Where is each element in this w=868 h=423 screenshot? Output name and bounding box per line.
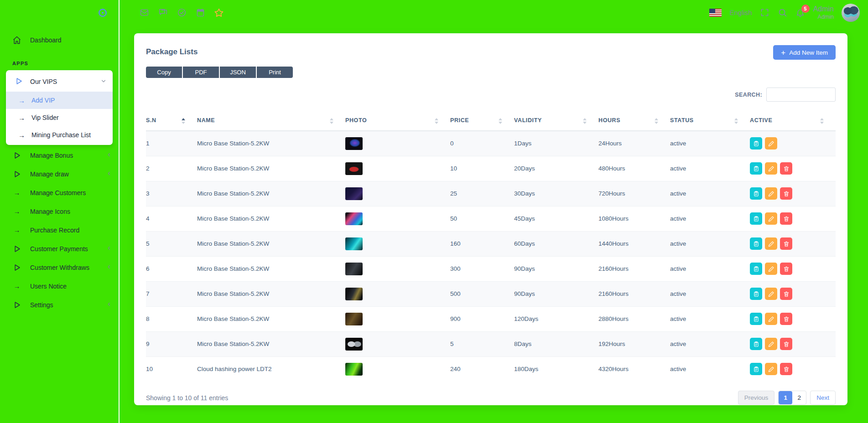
avatar[interactable] <box>842 4 860 22</box>
sidebar-item-vip-slider[interactable]: → Vip Slider <box>6 109 113 126</box>
sidebar-item-manage-bonus[interactable]: Manage Bonus <box>0 146 119 165</box>
pagination-page-1[interactable]: 1 <box>779 391 792 404</box>
pagination-page-2[interactable]: 2 <box>792 391 806 404</box>
cell-hours: 480Hours <box>598 156 670 181</box>
sort-carets-icon <box>330 118 333 124</box>
view-button[interactable] <box>750 162 762 175</box>
cell-name: Micro Base Station-5.2KW <box>197 181 345 206</box>
edit-button[interactable] <box>765 338 777 350</box>
column-header-status[interactable]: STATUS <box>670 113 750 131</box>
sidebar-item-settings[interactable]: Settings <box>0 295 119 314</box>
edit-button[interactable] <box>765 237 777 250</box>
sidebar-item-add-vip[interactable]: → Add VIP <box>6 92 113 109</box>
sidebar-item-dashboard[interactable]: Dashboard <box>0 31 119 49</box>
sidebar-item-label: Manage Icons <box>30 208 112 215</box>
clipboard-icon <box>753 216 759 222</box>
edit-button[interactable] <box>765 363 777 375</box>
delete-button[interactable] <box>780 237 792 250</box>
delete-button[interactable] <box>780 263 792 275</box>
notification-badge: 5 <box>801 5 810 13</box>
sidebar-item-customer-payments[interactable]: Customer Payments <box>0 239 119 258</box>
triangle-icon <box>15 77 23 87</box>
column-header-s-n[interactable]: S.N <box>146 113 197 131</box>
table-row: 7Micro Base Station-5.2KW50090Days2160Ho… <box>146 281 836 306</box>
cell-sn: 8 <box>146 306 197 331</box>
edit-button[interactable] <box>765 212 777 225</box>
fullscreen-icon[interactable] <box>760 8 770 18</box>
view-button[interactable] <box>750 288 762 300</box>
sidebar-item-label: Add VIP <box>31 97 55 104</box>
chevron-left-icon <box>106 170 112 178</box>
edit-button[interactable] <box>765 162 777 175</box>
delete-button[interactable] <box>780 313 792 325</box>
add-new-item-button[interactable]: + Add New Item <box>773 45 836 60</box>
copy-button[interactable]: Copy <box>146 67 182 78</box>
view-button[interactable] <box>750 363 762 375</box>
cell-sn: 6 <box>146 256 197 281</box>
sidebar-toggle-icon[interactable] <box>98 8 108 18</box>
delete-button[interactable] <box>780 212 792 225</box>
print-button[interactable]: Print <box>257 67 293 78</box>
sidebar-item-mining-purchase-list[interactable]: → Mining Purchase List <box>6 126 113 144</box>
search-input[interactable] <box>766 88 836 102</box>
package-photo <box>345 237 363 250</box>
user-menu[interactable]: Admin Admin <box>813 5 834 20</box>
cell-actions <box>750 356 836 382</box>
view-button[interactable] <box>750 212 762 225</box>
pagination-next[interactable]: Next <box>810 391 836 405</box>
cell-validity: 180Days <box>514 356 598 382</box>
delete-button[interactable] <box>780 288 792 300</box>
view-button[interactable] <box>750 338 762 350</box>
arrow-icon: → <box>12 188 21 197</box>
delete-button[interactable] <box>780 363 792 375</box>
cell-actions <box>750 306 836 331</box>
mail-icon[interactable] <box>139 8 149 18</box>
sidebar-item-label: Manage Bonus <box>30 152 98 159</box>
sidebar-item-purchase-record[interactable]: →Purchase Record <box>0 221 119 239</box>
json-button[interactable]: JSON <box>220 67 256 78</box>
arrow-icon: → <box>12 282 21 291</box>
sidebar-header <box>0 0 119 25</box>
sidebar-item-customer-withdraws[interactable]: Customer Withdraws <box>0 258 119 277</box>
sidebar-item-our-vips[interactable]: Our VIPS <box>6 72 113 92</box>
delete-button[interactable] <box>780 162 792 175</box>
delete-button[interactable] <box>780 338 792 350</box>
star-icon[interactable] <box>214 8 224 18</box>
search-icon[interactable] <box>778 8 788 18</box>
notifications-bell-icon[interactable]: 5 <box>795 8 806 18</box>
language-selector[interactable]: English <box>729 9 752 16</box>
edit-button[interactable] <box>765 187 777 200</box>
column-header-hours[interactable]: HOURS <box>598 113 670 131</box>
edit-button[interactable] <box>765 313 777 325</box>
column-header-active[interactable]: ACTIVE <box>750 113 836 131</box>
view-button[interactable] <box>750 137 762 150</box>
view-button[interactable] <box>750 313 762 325</box>
sidebar-item-manage-draw[interactable]: Manage draw <box>0 165 119 183</box>
cell-status: active <box>670 206 750 231</box>
sidebar-item-manage-customers[interactable]: →Manage Customers <box>0 183 119 202</box>
column-header-photo[interactable]: PHOTO <box>345 113 450 131</box>
package-photo <box>345 137 363 150</box>
pagination-previous[interactable]: Previous <box>738 391 775 405</box>
app-root: Dashboard APPS Our VIPS → Add VIP <box>0 0 868 423</box>
column-header-name[interactable]: NAME <box>197 113 345 131</box>
calendar-icon[interactable] <box>195 8 205 18</box>
chat-icon[interactable] <box>158 8 168 18</box>
view-button[interactable] <box>750 263 762 275</box>
delete-button[interactable] <box>780 187 792 200</box>
view-button[interactable] <box>750 237 762 250</box>
column-header-validity[interactable]: VALIDITY <box>514 113 598 131</box>
edit-button[interactable] <box>765 263 777 275</box>
us-flag-icon[interactable] <box>709 9 722 17</box>
sidebar-item-users-notice[interactable]: →Users Notice <box>0 277 119 295</box>
entries-summary: Showing 1 to 10 of 11 entries <box>146 394 228 402</box>
pdf-button[interactable]: PDF <box>183 67 219 78</box>
edit-button[interactable] <box>765 137 777 150</box>
sidebar-item-manage-icons[interactable]: →Manage Icons <box>0 202 119 221</box>
column-header-price[interactable]: PRICE <box>450 113 514 131</box>
check-circle-icon[interactable] <box>177 8 187 18</box>
cell-actions <box>750 231 836 256</box>
view-button[interactable] <box>750 187 762 200</box>
edit-button[interactable] <box>765 288 777 300</box>
table-row: 8Micro Base Station-5.2KW900120Days2880H… <box>146 306 836 331</box>
